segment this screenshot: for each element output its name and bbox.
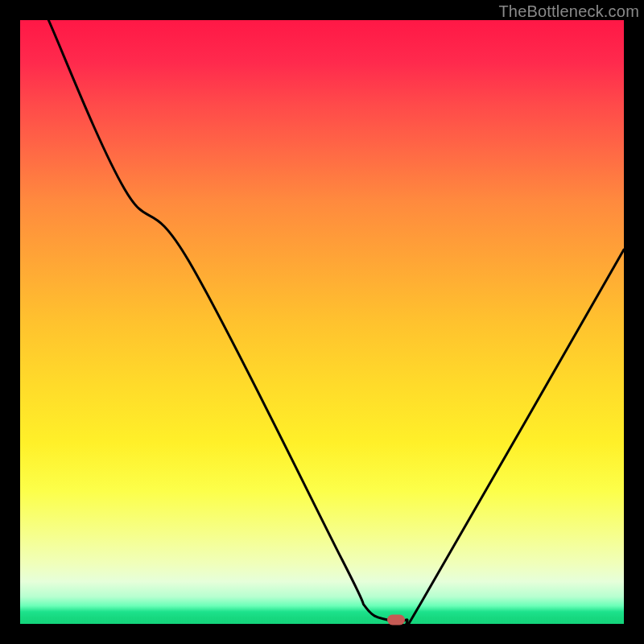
- plot-gradient-area: [20, 20, 624, 624]
- chart-frame: TheBottleneck.com: [0, 0, 644, 644]
- bottleneck-curve-path: [48, 20, 624, 624]
- curve-svg: [20, 20, 624, 624]
- bottleneck-marker: [387, 614, 405, 625]
- attribution-label: TheBottleneck.com: [498, 2, 639, 21]
